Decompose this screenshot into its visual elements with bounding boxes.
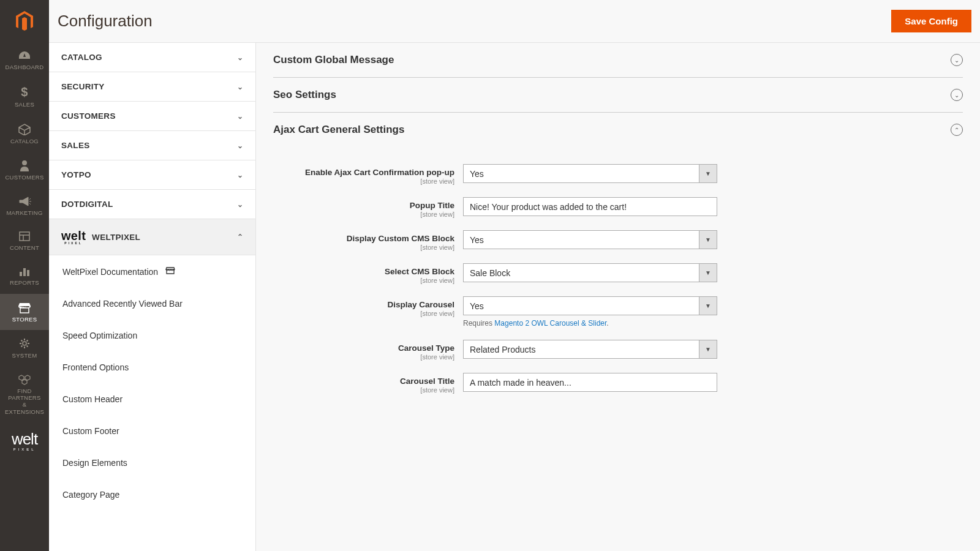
nav-stores[interactable]: STORES bbox=[0, 294, 49, 330]
field-control: Sale Block ▼ bbox=[463, 263, 717, 282]
chevron-down-icon: ⌄ bbox=[237, 141, 243, 150]
popup-title-input[interactable] bbox=[463, 197, 717, 216]
display-carousel-select[interactable]: Yes bbox=[463, 296, 717, 315]
fieldset-title: Ajax Cart General Settings bbox=[273, 124, 404, 135]
collapse-icon[interactable]: ⌃ bbox=[951, 124, 963, 136]
svg-rect-7 bbox=[27, 270, 29, 276]
field-label: Display Custom CMS Block [store view] bbox=[273, 230, 463, 251]
scope-text: [store view] bbox=[273, 353, 454, 361]
field-popup-title: Popup Title [store view] bbox=[273, 197, 963, 218]
svg-rect-5 bbox=[20, 272, 22, 276]
tab-sales[interactable]: SALES⌄ bbox=[49, 131, 255, 160]
admin-sidebar: DASHBOARD $ SALES CATALOG CUSTOMERS MARK… bbox=[0, 0, 49, 551]
nav-label: REPORTS bbox=[2, 279, 47, 286]
main-content: Configuration Save Config CATALOG⌄ SECUR… bbox=[49, 0, 980, 551]
tab-catalog[interactable]: CATALOG⌄ bbox=[49, 43, 255, 72]
nav-content[interactable]: CONTENT bbox=[0, 223, 49, 258]
nav-sales[interactable]: $ SALES bbox=[0, 78, 49, 115]
scope-text: [store view] bbox=[273, 211, 454, 218]
tab-label: CUSTOMERS bbox=[61, 111, 116, 121]
chevron-down-icon: ⌄ bbox=[237, 83, 243, 91]
nav-partners[interactable]: FIND PARTNERS & EXTENSIONS bbox=[0, 367, 49, 423]
nav-customers[interactable]: CUSTOMERS bbox=[0, 152, 49, 188]
dollar-icon: $ bbox=[20, 85, 29, 99]
save-config-button[interactable]: Save Config bbox=[891, 10, 971, 32]
nav-reports[interactable]: REPORTS bbox=[0, 258, 49, 293]
subtab-label: Speed Optimization bbox=[62, 331, 137, 340]
label-text: Popup Title bbox=[410, 201, 454, 210]
label-text: Enable Ajax Cart Confirmation pop-up bbox=[305, 168, 454, 177]
tab-weltpixel[interactable]: welt PIXEL WELTPIXEL ⌃ bbox=[49, 219, 255, 255]
nav-dashboard[interactable]: DASHBOARD bbox=[0, 43, 49, 78]
subtab-recently-viewed[interactable]: Advanced Recently Viewed Bar bbox=[49, 288, 255, 320]
magento-logo-icon bbox=[14, 10, 35, 33]
fieldset-title: Custom Global Message bbox=[273, 54, 394, 66]
expand-icon[interactable]: ⌄ bbox=[951, 54, 963, 66]
fieldset-seo[interactable]: Seo Settings ⌄ bbox=[273, 78, 963, 113]
subtab-label: WeltPixel Documentation bbox=[62, 267, 158, 277]
page-header: Configuration Save Config bbox=[49, 0, 980, 43]
label-text: Select CMS Block bbox=[385, 267, 454, 276]
tab-yotpo[interactable]: YOTPO⌄ bbox=[49, 160, 255, 190]
fieldset-ajax-cart[interactable]: Ajax Cart General Settings ⌃ bbox=[273, 113, 963, 147]
content-wrapper: CATALOG⌄ SECURITY⌄ CUSTOMERS⌄ SALES⌄ YOT… bbox=[49, 43, 980, 551]
field-control: Yes ▼ bbox=[463, 164, 717, 183]
display-cms-select[interactable]: Yes bbox=[463, 230, 717, 249]
field-carousel-type: Carousel Type [store view] Related Produ… bbox=[273, 340, 963, 361]
nav-catalog[interactable]: CATALOG bbox=[0, 116, 49, 152]
select-cms-select[interactable]: Sale Block bbox=[463, 263, 717, 282]
tab-label: SECURITY bbox=[61, 82, 105, 91]
label-text: Display Carousel bbox=[387, 300, 454, 309]
subtab-label: Frontend Options bbox=[62, 362, 129, 372]
chevron-down-icon: ⌄ bbox=[237, 112, 243, 121]
tab-label: SALES bbox=[61, 141, 90, 150]
nav-label: DASHBOARD bbox=[2, 64, 47, 70]
magento-logo[interactable] bbox=[0, 0, 49, 43]
weltpixel-sidebar-logo[interactable]: welt PIXEL bbox=[0, 422, 49, 459]
nav-label: STORES bbox=[2, 316, 47, 323]
subtab-custom-footer[interactable]: Custom Footer bbox=[49, 415, 255, 447]
boxes-icon bbox=[18, 374, 31, 385]
nav-marketing[interactable]: MARKETING bbox=[0, 189, 49, 223]
hint-link[interactable]: Magento 2 OWL Carousel & Slider bbox=[494, 319, 606, 328]
scope-text: [store view] bbox=[273, 277, 454, 284]
scope-text: [store view] bbox=[273, 178, 454, 185]
subtab-frontend-options[interactable]: Frontend Options bbox=[49, 351, 255, 383]
subtab-speed-optimization[interactable]: Speed Optimization bbox=[49, 320, 255, 351]
scope-text: [store view] bbox=[273, 386, 454, 394]
nav-system[interactable]: SYSTEM bbox=[0, 330, 49, 366]
tab-label: WELTPIXEL bbox=[92, 233, 140, 242]
subtab-category-page[interactable]: Category Page bbox=[49, 479, 255, 511]
field-label: Select CMS Block [store view] bbox=[273, 263, 463, 284]
hint-text: Requires bbox=[463, 319, 494, 328]
fieldset-title: Seo Settings bbox=[273, 89, 336, 100]
svg-rect-8 bbox=[20, 308, 29, 313]
dashboard-icon bbox=[18, 50, 31, 61]
tab-label: DOTDIGITAL bbox=[61, 200, 113, 209]
tab-customers[interactable]: CUSTOMERS⌄ bbox=[49, 102, 255, 131]
subtab-custom-header[interactable]: Custom Header bbox=[49, 383, 255, 415]
chevron-down-icon: ⌄ bbox=[237, 200, 243, 209]
tab-security[interactable]: SECURITY⌄ bbox=[49, 72, 255, 102]
carousel-title-input[interactable] bbox=[463, 373, 717, 392]
fieldset-custom-message[interactable]: Custom Global Message ⌄ bbox=[273, 43, 963, 78]
carousel-type-select[interactable]: Related Products bbox=[463, 340, 717, 359]
tab-dotdigital[interactable]: DOTDIGITAL⌄ bbox=[49, 190, 255, 219]
subtab-documentation[interactable]: WeltPixel Documentation bbox=[49, 255, 255, 288]
subtab-label: Custom Footer bbox=[62, 426, 119, 436]
svg-text:$: $ bbox=[21, 85, 28, 99]
field-display-carousel: Display Carousel [store view] Yes ▼ Requ… bbox=[273, 296, 963, 328]
expand-icon[interactable]: ⌄ bbox=[951, 89, 963, 101]
enable-popup-select[interactable]: Yes bbox=[463, 164, 717, 183]
nav-label: MARKETING bbox=[2, 209, 47, 216]
chevron-down-icon: ⌄ bbox=[237, 171, 243, 179]
hint-text: . bbox=[606, 319, 608, 328]
subtab-design-elements[interactable]: Design Elements bbox=[49, 447, 255, 479]
nav-label: SALES bbox=[2, 101, 47, 108]
store-icon bbox=[165, 266, 175, 277]
field-select-cms: Select CMS Block [store view] Sale Block… bbox=[273, 263, 963, 284]
field-hint: Requires Magento 2 OWL Carousel & Slider… bbox=[463, 319, 717, 328]
tab-label: CATALOG bbox=[61, 53, 102, 62]
svg-rect-6 bbox=[23, 268, 26, 276]
svg-point-9 bbox=[23, 342, 26, 345]
